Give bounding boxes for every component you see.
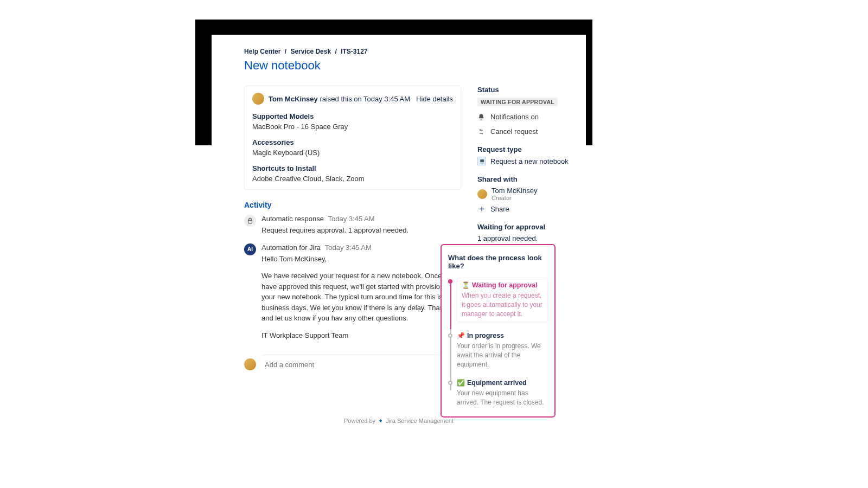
process-step-desc: When you create a request, it goes autom… [462,291,543,318]
activity-item: AI Automation for Jira Today 3:45 AM Hel… [244,243,461,348]
shared-user-avatar [477,189,487,199]
activity-message: We have received your request for a new … [261,271,461,324]
shared-user-name: Tom McKinsey [492,187,538,195]
cancel-request-action[interactable]: Cancel request [477,127,586,136]
process-step: ⏳ Waiting for approval When you create a… [457,278,548,322]
current-user-avatar [244,358,256,370]
cancel-icon [477,128,485,136]
field-label-models: Supported Models [252,112,453,120]
process-step: 📌 In progress Your order is in progress.… [457,332,548,369]
lock-icon [244,215,256,227]
reporter-name: Tom McKinsey [269,95,318,103]
breadcrumb-help-center[interactable]: Help Center [244,48,280,55]
shared-user-role: Creator [492,195,538,201]
hide-details-toggle[interactable]: Hide details [416,95,453,103]
field-label-shortcuts: Shortcuts to Install [252,164,453,172]
details-panel: Tom McKinsey raised this on Today 3:45 A… [244,86,461,190]
process-step-desc: Your order is in progress. We await the … [457,342,548,369]
notifications-label: Notifications on [490,113,539,121]
process-step-title: In progress [467,332,504,339]
field-value-accessories: Magic Keyboard (US) [252,149,453,157]
cancel-label: Cancel request [490,127,538,136]
share-label: Share [490,205,509,213]
footer-powered-by: Powered by [344,418,375,424]
process-step: ✅ Equipment arrived Your new equipment h… [457,379,548,407]
process-step-desc: Your new equipment has arrived. The requ… [457,389,548,407]
field-label-accessories: Accessories [252,138,453,146]
status-heading: Status [477,86,586,94]
raised-text: raised this on Today 3:45 AM [320,95,410,103]
activity-author: Automatic response [261,215,324,223]
process-heading: What does the process look like? [448,254,548,270]
activity-time: Today 3:45 AM [325,243,372,252]
process-panel: What does the process look like? ⏳ Waiti… [441,244,556,418]
activity-body-text: Hello Tom McKinsey, We have received you… [261,254,461,341]
hourglass-icon: ⏳ [462,281,470,289]
breadcrumb: Help Center / Service Desk / ITS-3127 [244,48,586,55]
notifications-toggle[interactable]: Notifications on [477,113,586,121]
comment-input[interactable] [261,355,461,374]
jira-logo-icon: ✦ [378,418,383,424]
activity-signoff: IT Workplace Support Team [261,330,461,341]
activity-item: Automatic response Today 3:45 AM Request… [244,215,461,236]
request-type-value: Request a new notebook [490,157,569,165]
breadcrumb-sep: / [285,48,286,55]
svg-rect-0 [248,220,252,223]
request-type-heading: Request type [477,145,586,153]
activity-author: Automation for Jira [261,243,321,252]
process-step-title: Equipment arrived [467,379,527,387]
process-step-title: Waiting for approval [472,281,537,289]
timeline-dot-icon [448,381,452,385]
pin-icon: 📌 [457,332,465,339]
activity-body-text: Request requires approval. 1 approval ne… [261,225,461,236]
breadcrumb-sep: / [335,48,336,55]
reporter-avatar [252,93,264,105]
automation-avatar-icon: AI [244,243,256,255]
share-action[interactable]: ＋ Share [477,204,586,213]
activity-time: Today 3:45 AM [328,215,375,223]
activity-heading: Activity [244,201,461,209]
status-badge: WAITING FOR APPROVAL [477,98,558,106]
breadcrumb-service-desk[interactable]: Service Desk [290,48,331,55]
timeline-dot-icon [448,279,452,284]
page-title: New notebook [244,59,586,73]
request-type-icon: 💻 [477,157,486,165]
check-icon: ✅ [457,379,465,387]
field-value-shortcuts: Adobe Creative Cloud, Slack, Zoom [252,175,453,183]
breadcrumb-issue-key[interactable]: ITS-3127 [341,48,367,55]
plus-icon: ＋ [477,204,486,213]
footer: Powered by ✦ Jira Service Management [212,418,586,425]
waiting-heading: Waiting for approval [477,223,586,231]
activity-greeting: Hello Tom McKinsey, [261,254,461,265]
bell-icon [477,113,485,121]
shared-with-heading: Shared with [477,175,586,183]
footer-product: Jira Service Management [386,418,454,424]
reporter-line: Tom McKinsey raised this on Today 3:45 A… [269,95,410,103]
waiting-text: 1 approval needed. [477,234,586,242]
field-value-models: MacBook Pro - 16 Space Gray [252,123,453,131]
